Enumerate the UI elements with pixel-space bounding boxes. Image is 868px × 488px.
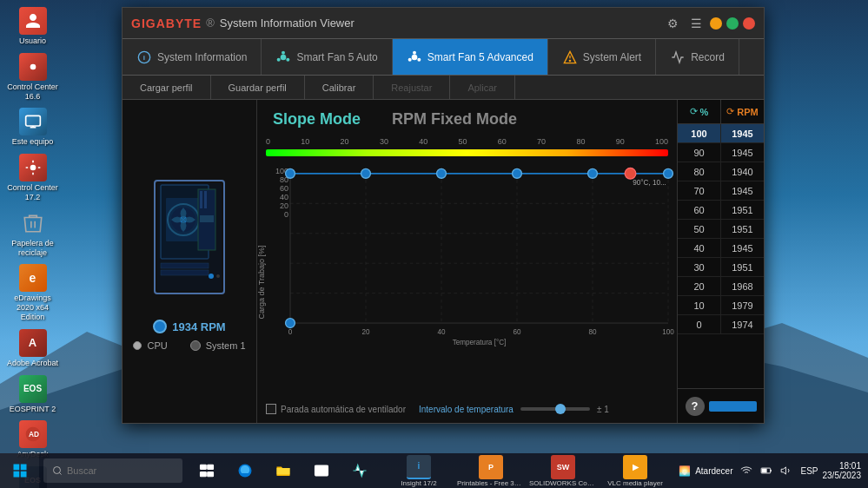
taskbar-app-vlc[interactable]: ▶ VLC media player	[600, 453, 670, 488]
save-profile-btn[interactable]: Guardar perfil	[211, 76, 305, 99]
rpm-row-60[interactable]: 60 1951	[678, 201, 764, 220]
taskbar-app-printables[interactable]: P Printables - Free 3D model library	[456, 453, 526, 488]
progress-bar	[709, 401, 757, 412]
apply-btn[interactable]: Aplicar	[450, 76, 515, 99]
auto-stop-checkbox[interactable]	[266, 404, 276, 414]
svg-text:Temperatura [°C]: Temperatura [°C]	[453, 339, 507, 346]
minimize-btn[interactable]	[710, 17, 722, 30]
svg-rect-69	[201, 465, 207, 469]
fan-auto-icon	[275, 49, 291, 65]
svg-point-47	[286, 319, 295, 328]
rpm-row-80[interactable]: 80 1940	[678, 162, 764, 181]
audio-btn[interactable]	[344, 453, 375, 488]
mail-btn[interactable]	[306, 453, 337, 488]
search-input[interactable]	[67, 465, 174, 476]
pct-cell-100: 100	[678, 124, 721, 142]
svg-point-9	[281, 54, 287, 60]
menu-btn[interactable]: ☰	[686, 14, 706, 33]
right-panel: ⟳ % ⟳ RPM 100 1945	[677, 100, 764, 423]
computer-case-svg	[142, 172, 237, 302]
tab-system-alert[interactable]: System Alert	[548, 39, 656, 75]
chart-wrapper: Carga de Trabajo [%] 100 80 60 40 20 0	[266, 165, 668, 399]
auto-stop-control: Parada automática de ventilador	[266, 404, 406, 414]
rpm-row-50[interactable]: 50 1951	[678, 220, 764, 239]
window-title: System Information Viewer	[220, 16, 354, 30]
interval-label: Intervalo de temperatura	[419, 405, 514, 414]
rpm-row-10[interactable]: 10 1979	[678, 296, 764, 315]
desktop-icon-papelera[interactable]: Papelera de reciclaje	[3, 207, 63, 260]
rpm-row-0[interactable]: 0 1974	[678, 315, 764, 334]
desktop-icon-control-center[interactable]: Control Center 16.6	[3, 50, 63, 104]
fan-rpm-value: 1934 RPM	[172, 320, 225, 333]
rpm-row-90[interactable]: 90 1945	[678, 143, 764, 162]
desktop-icon-edrawings[interactable]: e eDrawings 2020 x64 Edition	[3, 261, 63, 324]
svg-rect-30	[200, 215, 214, 222]
close-btn[interactable]	[743, 17, 755, 30]
svg-text:i: i	[143, 54, 145, 62]
svg-rect-31	[161, 263, 209, 268]
calibrate-btn[interactable]: Calibrar	[305, 76, 374, 99]
rpm-row-20[interactable]: 20 1968	[678, 277, 764, 296]
tab-record[interactable]: Record	[656, 39, 739, 75]
taskbar-app-solidworks[interactable]: SW SOLIDWORKS Composer Play...	[528, 453, 598, 488]
task-view-btn[interactable]	[191, 453, 222, 488]
reajustar-btn[interactable]: Reajustar	[374, 76, 450, 99]
rpm-row-40[interactable]: 40 1945	[678, 239, 764, 258]
load-profile-btn[interactable]: Cargar perfil	[123, 76, 211, 99]
pct-cell-10: 10	[678, 296, 721, 314]
taskbar-right: 🌅 Atardecer ESP 18:01 23/5/2023	[679, 461, 868, 480]
tab-smart-fan-advanced[interactable]: Smart Fan 5 Advanced	[393, 39, 548, 75]
left-panel: 1934 RPM CPU System 1	[123, 100, 257, 423]
desktop-icon-acrobat[interactable]: A Adobe Acrobat	[3, 326, 63, 371]
desktop-icon-eosprint[interactable]: EOS EOSPRINT 2	[3, 373, 63, 417]
svg-rect-71	[201, 472, 207, 477]
desktop-icon-este-equipo[interactable]: Este equipo	[3, 105, 63, 149]
taskbar-search-box[interactable]	[43, 458, 182, 483]
cpu-sensor-dot	[133, 341, 142, 350]
tab-smart-fan-auto[interactable]: Smart Fan 5 Auto	[262, 39, 392, 75]
pct-cell-60: 60	[678, 201, 721, 219]
main-panel: Slope Mode RPM Fixed Mode 0 10 20 30 40 …	[257, 100, 677, 423]
pct-cell-70: 70	[678, 181, 721, 200]
rpm-row-70[interactable]: 70 1945	[678, 181, 764, 201]
slope-mode-btn[interactable]: Slope Mode	[266, 109, 368, 130]
svg-point-34	[216, 274, 220, 278]
svg-text:90°C, 10...: 90°C, 10...	[633, 179, 666, 187]
pct-cell-20: 20	[678, 277, 721, 295]
rpm-row-30[interactable]: 30 1951	[678, 258, 764, 277]
svg-text:100: 100	[662, 328, 674, 336]
svg-point-11	[287, 57, 290, 61]
toolbar: Cargar perfil Guardar perfil Calibrar Re…	[123, 76, 764, 100]
svg-rect-63	[13, 465, 19, 471]
tab-system-information[interactable]: i System Information	[123, 39, 262, 75]
desktop-icon-usuario[interactable]: Usuario	[3, 4, 63, 49]
svg-text:40: 40	[437, 328, 446, 336]
rpm-cell-1940: 1940	[721, 162, 764, 181]
slider-thumb[interactable]	[555, 404, 566, 414]
settings-btn[interactable]: ⚙	[663, 14, 682, 33]
pct-cell-0: 0	[678, 315, 721, 333]
pct-cell-50: 50	[678, 220, 721, 238]
rpm-cell-1974: 1974	[721, 315, 764, 333]
svg-rect-28	[200, 191, 202, 208]
start-button[interactable]	[0, 453, 39, 488]
svg-rect-3	[25, 116, 40, 127]
interval-slider[interactable]	[520, 407, 590, 411]
rpm-fixed-mode-btn[interactable]: RPM Fixed Mode	[385, 109, 524, 130]
y-axis-title: Carga de Trabajo [%]	[257, 245, 266, 319]
taskbar-apps: i Insight 17/2 P Printables - Free 3D mo…	[384, 453, 670, 488]
taskbar-quick-icons	[191, 453, 375, 488]
svg-rect-65	[13, 472, 19, 478]
maximize-btn[interactable]	[726, 17, 739, 30]
desktop-icon-control-center2[interactable]: Control Center 17.2	[3, 151, 63, 205]
taskbar-app-insight[interactable]: i Insight 17/2	[384, 453, 454, 488]
help-button[interactable]: ?	[686, 397, 705, 416]
rpm-row-100[interactable]: 100 1945	[678, 124, 764, 143]
svg-rect-70	[208, 465, 214, 469]
svg-rect-32	[161, 270, 209, 275]
chart-inner[interactable]: 90°C, 10... 0 20 40 60 80 100 Temperatur…	[290, 165, 668, 399]
auto-stop-label: Parada automática de ventilador	[281, 405, 406, 414]
edge-browser-btn[interactable]	[229, 453, 261, 488]
nav-tabs: i System Information Smart Fan 5 Auto Sm…	[123, 39, 764, 76]
file-explorer-btn[interactable]	[268, 453, 299, 488]
